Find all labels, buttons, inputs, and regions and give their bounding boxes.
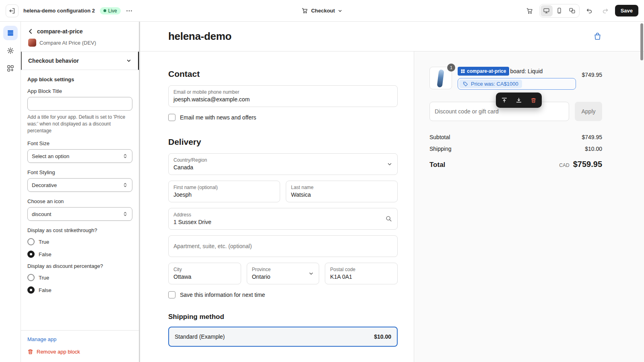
- select-stepper-icon: [122, 182, 128, 188]
- back-button[interactable]: [27, 28, 34, 35]
- font-styling-value: Decorative: [32, 182, 57, 188]
- app-name-label: Compare At Price (DEV): [39, 40, 96, 46]
- save-button[interactable]: Save: [615, 5, 638, 16]
- select-stepper-icon: [122, 211, 128, 217]
- strikethrough-option-false[interactable]: False: [27, 251, 132, 258]
- shipping-option-standard[interactable]: Standard (Example) $10.00: [168, 327, 398, 347]
- price-was-label: Price was: CA$1000: [471, 81, 518, 87]
- live-status-badge: Live: [100, 7, 121, 14]
- move-block-up-button[interactable]: [497, 94, 511, 106]
- mobile-preview-button[interactable]: [553, 5, 566, 16]
- scrollbar-thumb[interactable]: [640, 23, 643, 60]
- apply-discount-button[interactable]: Apply: [575, 102, 602, 121]
- app-block-tag-label: compare-at-price: [467, 68, 506, 74]
- remove-app-block-button[interactable]: Remove app block: [21, 347, 87, 362]
- radio-unchecked-icon: [27, 238, 35, 245]
- total-row: Total CAD $759.95: [429, 160, 602, 169]
- news-offers-checkbox[interactable]: Email me with news and offers: [168, 114, 398, 121]
- checkbox-icon: [168, 114, 175, 121]
- delivery-heading: Delivery: [168, 137, 398, 147]
- delete-block-button[interactable]: [526, 94, 540, 106]
- email-value: joesph.watsica@example.com: [173, 96, 392, 103]
- sidebar-rail: [0, 22, 21, 362]
- desktop-icon: [543, 7, 550, 14]
- shipping-option-label: Standard (Example): [175, 333, 225, 340]
- cart-summary-toggle[interactable]: [593, 32, 602, 41]
- line-item-price: $749.95: [582, 72, 602, 78]
- price-was-block[interactable]: Price was: CA$1000: [458, 78, 576, 90]
- email-label: Email or mobile phone number: [173, 89, 392, 95]
- app-block-title-input[interactable]: [27, 97, 132, 111]
- country-select[interactable]: Country/Region Canada: [168, 153, 398, 175]
- preview-cart-button[interactable]: [523, 4, 536, 17]
- postal-code-field[interactable]: Postal code K1A 0A1: [325, 263, 398, 284]
- font-size-select[interactable]: Select an option: [27, 149, 132, 163]
- save-info-checkbox[interactable]: Save this information for next time: [168, 291, 398, 298]
- trash-icon: [27, 349, 33, 355]
- manage-app-link[interactable]: Manage app: [21, 330, 139, 347]
- cart-icon: [526, 7, 533, 14]
- province-select[interactable]: Province Ontario: [247, 263, 320, 284]
- desktop-preview-button[interactable]: [541, 5, 553, 16]
- panel-footer: Manage app Remove app block: [21, 330, 139, 362]
- undo-icon: [586, 7, 593, 14]
- percentage-option-false[interactable]: False: [27, 286, 132, 294]
- shipping-method-heading: Shipping method: [168, 313, 398, 321]
- chevron-down-icon: [387, 161, 392, 167]
- topbar-right: Save: [523, 4, 638, 18]
- move-up-icon: [501, 97, 508, 103]
- address-label: Address: [173, 212, 392, 218]
- topbar: helena-demo configuration 2 Live Checkou…: [0, 0, 644, 22]
- chevron-down-icon: [338, 8, 343, 13]
- subtotal-row: Subtotal $749.95: [429, 134, 602, 140]
- checkout-preview: helena-demo Contact Email or mobile phon…: [140, 22, 644, 362]
- app-avatar: [28, 39, 36, 47]
- percentage-true-label: True: [39, 275, 49, 281]
- percentage-option-true[interactable]: True: [27, 274, 132, 281]
- layout-preview-button[interactable]: [566, 5, 578, 16]
- apps-nav-button[interactable]: [3, 61, 18, 76]
- email-field[interactable]: Email or mobile phone number joesph.wats…: [168, 85, 398, 107]
- font-size-value: Select an option: [32, 153, 69, 159]
- icon-select[interactable]: discount: [27, 207, 132, 221]
- preview-target-selector[interactable]: Checkout: [301, 7, 343, 14]
- block-icon: [461, 69, 465, 73]
- quantity-badge: 1: [447, 64, 455, 72]
- subtotal-label: Subtotal: [429, 134, 450, 140]
- store-name: helena-demo: [168, 30, 231, 43]
- percentage-question-label: Display as discount percentage?: [27, 263, 132, 269]
- app-block-selection-tag[interactable]: compare-at-price: [458, 67, 509, 76]
- settings-nav-button[interactable]: [3, 43, 18, 58]
- breadcrumb: compare-at-price: [27, 28, 132, 35]
- strikethrough-option-true[interactable]: True: [27, 238, 132, 245]
- radio-checked-icon: [27, 286, 35, 294]
- sections-nav-button[interactable]: [3, 26, 18, 40]
- first-name-field[interactable]: First name (optional) Joesph: [168, 181, 280, 202]
- exit-editor-button[interactable]: [6, 4, 19, 17]
- select-stepper-icon: [122, 153, 128, 159]
- shipping-row: Shipping $10.00: [429, 146, 602, 152]
- redo-button[interactable]: [599, 4, 612, 17]
- block-name-title: compare-at-price: [37, 28, 83, 35]
- more-actions-button[interactable]: [126, 7, 133, 14]
- address-field[interactable]: Address 1 Sussex Drive: [168, 208, 398, 230]
- move-block-down-button[interactable]: [512, 94, 526, 106]
- icon-select-group: Choose an icon discount: [27, 198, 132, 221]
- undo-button[interactable]: [583, 4, 596, 17]
- city-field[interactable]: City Ottawa: [168, 263, 241, 284]
- chevron-down-icon: [126, 58, 132, 64]
- last-name-field[interactable]: Last name Watsica: [286, 181, 398, 202]
- postal-code-label: Postal code: [330, 267, 392, 272]
- font-size-group: Font Size Select an option: [27, 140, 132, 163]
- last-name-label: Last name: [291, 185, 392, 190]
- strikethrough-true-label: True: [39, 239, 49, 245]
- strikethrough-false-label: False: [39, 251, 52, 257]
- apartment-field[interactable]: [168, 235, 398, 257]
- topbar-left: helena-demo configuration 2 Live: [6, 4, 523, 17]
- radio-checked-icon: [27, 251, 35, 258]
- font-styling-group: Font Styling Decorative: [27, 169, 132, 192]
- font-size-label: Font Size: [27, 140, 132, 146]
- app-block-title-group: App Block Title Add a title for your app…: [27, 88, 132, 134]
- checkout-behavior-disclosure[interactable]: Checkout behavior: [21, 51, 139, 70]
- font-styling-select[interactable]: Decorative: [27, 178, 132, 192]
